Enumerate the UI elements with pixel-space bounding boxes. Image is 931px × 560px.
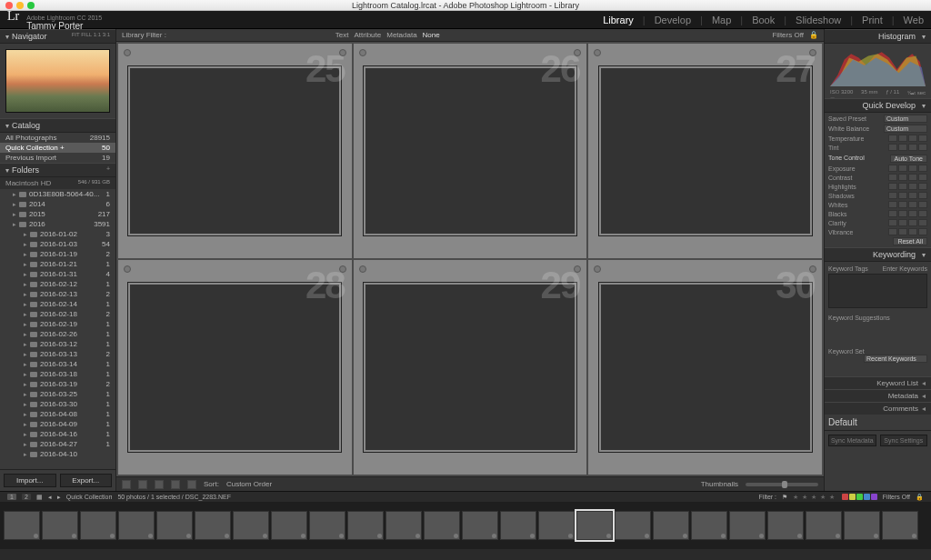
color-label-swatch[interactable] (849, 494, 856, 500)
folder-row[interactable]: 2016-04-091 (0, 419, 115, 429)
sync-metadata-button[interactable]: Sync Metadata (828, 435, 876, 446)
keyword-list-header[interactable]: Keyword List (825, 376, 931, 389)
filmstrip-thumb[interactable] (806, 511, 842, 540)
filmstrip-thumb[interactable] (4, 511, 40, 540)
nav-back-icon[interactable]: ◂ (48, 494, 52, 501)
module-map[interactable]: Map (712, 15, 731, 25)
survey-view-icon[interactable] (171, 480, 180, 489)
folder-row[interactable]: 0D13E80B-5064-40...1 (0, 189, 115, 199)
sync-settings-button[interactable]: Sync Settings (880, 435, 928, 446)
navigator-header[interactable]: Navigator FIT FILL 1:1 3:1 (0, 29, 115, 44)
filters-off-label[interactable]: Filters Off (883, 494, 910, 500)
folder-row[interactable]: 20146 (0, 199, 115, 209)
thumbnail-size-slider[interactable] (746, 483, 818, 486)
filters-off-toggle[interactable]: Filters Off (772, 31, 804, 39)
vibrance-buttons[interactable] (888, 228, 927, 235)
keyword-tags-dropdown[interactable]: Enter Keywords (883, 265, 927, 272)
folder-row[interactable]: 2016-03-192 (0, 379, 115, 389)
flag-badge-icon[interactable] (124, 265, 131, 273)
tint-buttons[interactable] (888, 144, 927, 151)
filmstrip-thumb[interactable] (615, 511, 651, 540)
folder-row[interactable]: 2016-02-121 (0, 279, 115, 289)
filmstrip-thumb[interactable] (767, 511, 804, 540)
saved-preset-dropdown[interactable]: Custom (884, 115, 927, 123)
folder-row[interactable]: 20163591 (0, 219, 115, 229)
source-label[interactable]: Quick Collection (66, 494, 113, 500)
grid-cell[interactable]: 29 (354, 260, 587, 475)
folder-row[interactable]: 2016-04-161 (0, 429, 115, 439)
auto-tone-button[interactable]: Auto Tone (890, 155, 927, 163)
grid-cell[interactable]: 28 (118, 260, 352, 475)
folder-row[interactable]: 2016-02-191 (0, 319, 115, 329)
filmstrip-thumb[interactable] (309, 511, 345, 540)
folder-row[interactable]: 2016-01-211 (0, 259, 115, 269)
navigator-zoom-opts[interactable]: FIT FILL 1:1 3:1 (72, 32, 110, 41)
flag-badge-icon[interactable] (359, 49, 366, 56)
nav-fwd-icon[interactable]: ▸ (57, 494, 61, 501)
folder-row[interactable]: 2016-04-10 (0, 449, 115, 459)
filter-tab-text[interactable]: Text (335, 31, 349, 39)
compare-view-icon[interactable] (155, 480, 164, 489)
folder-row[interactable]: 2016-04-081 (0, 409, 115, 419)
folder-row[interactable]: 2016-03-181 (0, 369, 115, 379)
folder-row[interactable]: 2016-03-132 (0, 349, 115, 359)
filmstrip-thumb[interactable] (42, 511, 78, 540)
filmstrip-thumb[interactable] (462, 511, 498, 540)
catalog-row[interactable]: Previous Import19 (0, 153, 115, 163)
grid-view-icon[interactable] (122, 480, 131, 489)
metadata-header[interactable]: Metadata (825, 389, 931, 402)
folder-row[interactable]: 2016-01-314 (0, 269, 115, 279)
filmstrip-thumb[interactable] (424, 511, 460, 540)
filmstrip-thumb[interactable] (385, 511, 422, 540)
catalog-header[interactable]: Catalog (0, 118, 115, 133)
exposure-buttons[interactable] (888, 165, 927, 172)
filmstrip-thumb[interactable] (156, 511, 193, 540)
folder-row[interactable]: 2016-02-141 (0, 299, 115, 309)
rating-stars[interactable]: ★ ★ ★ ★ ★ (793, 494, 836, 501)
shadows-buttons[interactable] (888, 192, 927, 199)
painter-icon[interactable] (187, 480, 196, 489)
sync-badge-icon[interactable] (339, 49, 346, 56)
sync-badge-icon[interactable] (339, 265, 346, 273)
module-library[interactable]: Library (603, 15, 634, 25)
filmstrip-thumb[interactable] (271, 511, 307, 540)
blacks-buttons[interactable] (888, 210, 927, 217)
filmstrip-thumb[interactable] (882, 511, 918, 540)
color-label-swatch[interactable] (842, 494, 848, 500)
folder-row[interactable]: 2016-04-271 (0, 439, 115, 449)
reset-all-button[interactable]: Reset All (893, 237, 927, 245)
color-label-swatch[interactable] (864, 494, 870, 500)
filter-lock-icon[interactable]: 🔒 (809, 31, 818, 39)
sync-badge-icon[interactable] (574, 49, 581, 56)
screen-tab-2[interactable]: 2 (22, 494, 31, 500)
sync-badge-icon[interactable] (809, 265, 816, 273)
loupe-view-icon[interactable] (138, 480, 147, 489)
sort-value[interactable]: Custom Order (226, 480, 272, 488)
folder-row[interactable]: 2016-01-0354 (0, 239, 115, 249)
folder-row[interactable]: 2016-03-121 (0, 339, 115, 349)
volume-row[interactable]: Macintosh HD 546 / 931 GB (0, 177, 115, 189)
module-print[interactable]: Print (862, 15, 883, 25)
filmstrip-thumb[interactable] (729, 511, 766, 540)
grid-cell[interactable]: 30 (588, 260, 822, 475)
filter-tab-attribute[interactable]: Attribute (354, 31, 381, 39)
module-book[interactable]: Book (752, 15, 775, 25)
module-develop[interactable]: Develop (655, 15, 691, 25)
filmstrip-thumb[interactable] (195, 511, 231, 540)
folders-header[interactable]: Folders+ (0, 163, 115, 177)
color-label-swatch[interactable] (856, 494, 863, 500)
clarity-buttons[interactable] (888, 219, 927, 226)
flag-pick-icon[interactable]: ⚑ (782, 494, 787, 501)
folder-row[interactable]: 2016-03-251 (0, 389, 115, 399)
module-web[interactable]: Web (904, 15, 924, 25)
filmstrip-thumb[interactable] (844, 511, 880, 540)
keywording-header[interactable]: Keywording (825, 247, 931, 262)
flag-badge-icon[interactable] (124, 49, 131, 56)
filter-tab-none[interactable]: None (423, 31, 440, 39)
folder-row[interactable]: 2016-02-261 (0, 329, 115, 339)
grid-icon[interactable]: ▦ (36, 494, 43, 501)
grid-cell[interactable]: 25 (118, 44, 352, 258)
contrast-buttons[interactable] (888, 174, 927, 181)
histogram-header[interactable]: Histogram (825, 29, 931, 44)
filmstrip-thumb[interactable] (576, 511, 613, 540)
